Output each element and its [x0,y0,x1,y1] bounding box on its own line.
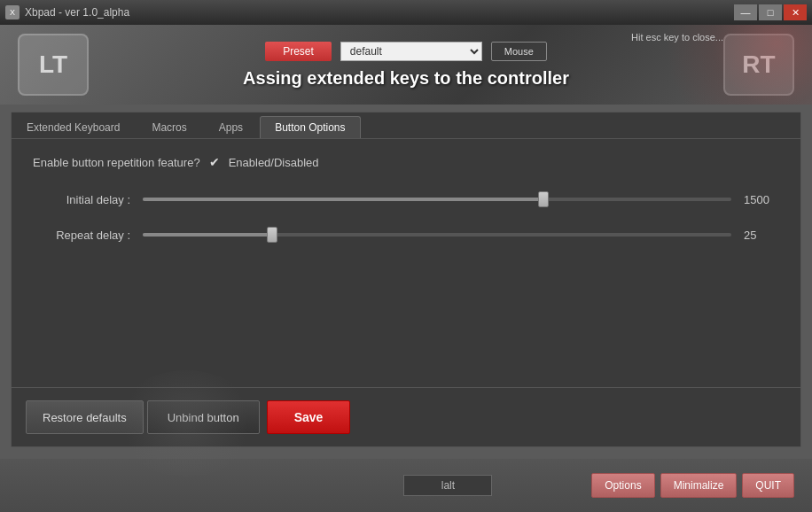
repeat-delay-thumb[interactable] [267,227,277,243]
header-center: Preset default Mouse Assing extended key… [106,42,706,89]
initial-delay-value: 1500 [744,193,779,206]
initial-delay-label: Initial delay : [33,193,130,206]
preset-button[interactable]: Preset [265,42,332,61]
tab-button-options[interactable]: Button Options [260,116,360,138]
tab-macros[interactable]: Macros [137,116,201,138]
repetition-row: Enable button repetition feature? ✔ Enab… [33,155,779,169]
save-button[interactable]: Save [267,400,351,434]
footer-center [305,475,592,496]
header-buttons-row: Preset default Mouse [265,42,547,61]
preset-dropdown[interactable]: default [340,42,482,61]
footer-area: Options Minimalize QUIT [0,459,812,512]
options-button[interactable]: Options [591,473,654,498]
main-panel: Extended Keyboard Macros Apps Button Opt… [11,112,801,447]
app-icon: X [5,5,20,19]
repeat-delay-slider-container [143,226,731,244]
repeat-delay-row: Repeat delay : 25 [33,226,779,244]
enabled-disabled-label: Enabled/Disabled [229,156,319,169]
minimize-button[interactable]: — [734,4,757,20]
footer-right: Options Minimalize QUIT [591,473,794,498]
repetition-label: Enable button repetition feature? [33,156,200,169]
tab-content-button-options: Enable button repetition feature? ✔ Enab… [12,139,800,387]
restore-defaults-button[interactable]: Restore defaults [26,400,144,434]
repeat-delay-track [143,233,731,237]
quit-button[interactable]: QUIT [742,473,794,498]
initial-delay-thumb[interactable] [538,191,549,207]
close-button[interactable]: ✕ [784,4,807,20]
repeat-delay-value: 25 [744,229,779,242]
maximize-button[interactable]: □ [759,4,782,20]
initial-delay-slider-container [143,190,731,208]
tabs-row: Extended Keyboard Macros Apps Button Opt… [12,112,800,139]
logo-lt: LT [18,34,89,96]
unbind-button[interactable]: Unbind button [147,400,260,434]
window-controls: — □ ✕ [734,4,807,20]
mouse-button[interactable]: Mouse [491,42,547,61]
minimalize-button[interactable]: Minimalize [660,473,738,498]
header-title: Assing extended keys to the controller [243,68,569,89]
repeat-delay-label: Repeat delay : [33,229,130,242]
footer-input[interactable] [403,475,492,496]
initial-delay-row: Initial delay : 1500 [33,190,779,208]
title-bar: X Xbpad - ver 1.0_alpha — □ ✕ [0,0,812,25]
tab-extended-keyboard[interactable]: Extended Keyboard [12,116,135,138]
logo-rt: RT [723,34,794,96]
initial-delay-track [143,198,731,201]
window-title: Xbpad - ver 1.0_alpha [25,6,129,19]
bottom-buttons: Restore defaults Unbind button Save [12,387,800,446]
title-bar-left: X Xbpad - ver 1.0_alpha [5,5,129,19]
repeat-delay-fill [143,233,272,237]
initial-delay-fill [143,198,543,201]
tab-apps[interactable]: Apps [204,116,258,138]
checkbox-tick[interactable]: ✔ [209,155,220,169]
esc-hint: Hit esc key to close... [631,32,723,43]
header-area: LT Preset default Mouse Assing extended … [0,25,812,105]
